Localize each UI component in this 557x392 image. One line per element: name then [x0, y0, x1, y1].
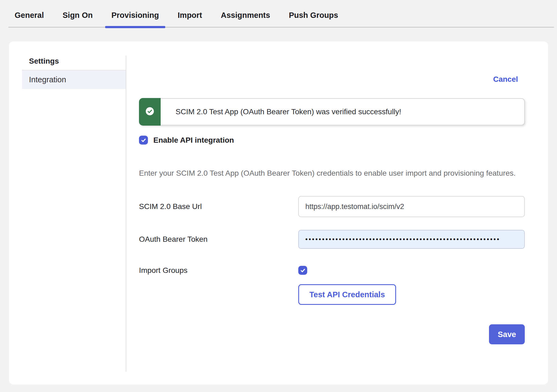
check-icon: [141, 137, 147, 143]
enable-api-checkbox[interactable]: [139, 136, 148, 145]
tab-provisioning[interactable]: Provisioning: [105, 11, 165, 27]
save-button[interactable]: Save: [489, 324, 525, 344]
import-groups-label: Import Groups: [139, 266, 298, 275]
oauth-token-label: OAuth Bearer Token: [139, 235, 298, 244]
tab-general[interactable]: General: [8, 11, 50, 27]
import-groups-row: Import Groups: [139, 266, 525, 275]
check-icon: [300, 267, 306, 273]
save-row: Save: [139, 324, 525, 344]
oauth-token-input[interactable]: [298, 230, 525, 249]
provisioning-card: Settings Integration Cancel SCIM 2.0 Tes…: [9, 41, 548, 384]
integration-panel: Cancel SCIM 2.0 Test App (OAuth Bearer T…: [126, 41, 548, 384]
oauth-token-row: OAuth Bearer Token: [139, 230, 525, 249]
test-credentials-row: Test API Credentials: [298, 284, 525, 305]
base-url-input[interactable]: [298, 196, 525, 217]
base-url-row: SCIM 2.0 Base Url: [139, 196, 525, 217]
tab-push-groups[interactable]: Push Groups: [283, 11, 344, 27]
settings-sidebar: Settings Integration: [9, 41, 126, 384]
credentials-description: Enter your SCIM 2.0 Test App (OAuth Bear…: [139, 167, 525, 179]
cancel-row: Cancel: [139, 75, 525, 83]
import-groups-checkbox[interactable]: [298, 266, 307, 275]
tab-sign-on[interactable]: Sign On: [56, 11, 99, 27]
cancel-link[interactable]: Cancel: [493, 75, 518, 83]
success-alert: SCIM 2.0 Test App (OAuth Bearer Token) w…: [139, 98, 525, 125]
app-tab-bar: General Sign On Provisioning Import Assi…: [8, 0, 554, 28]
success-alert-message: SCIM 2.0 Test App (OAuth Bearer Token) w…: [176, 99, 524, 125]
test-api-credentials-button[interactable]: Test API Credentials: [298, 284, 396, 305]
success-alert-badge: [139, 98, 161, 126]
enable-api-row: Enable API integration: [139, 136, 525, 145]
sidebar-heading: Settings: [22, 57, 126, 70]
tab-assignments[interactable]: Assignments: [215, 11, 276, 27]
enable-api-label: Enable API integration: [153, 136, 234, 145]
check-circle-icon: [146, 107, 154, 116]
tab-import[interactable]: Import: [171, 11, 208, 27]
base-url-label: SCIM 2.0 Base Url: [139, 202, 298, 211]
sidebar-divider: [126, 55, 126, 372]
sidebar-item-integration[interactable]: Integration: [22, 70, 126, 89]
